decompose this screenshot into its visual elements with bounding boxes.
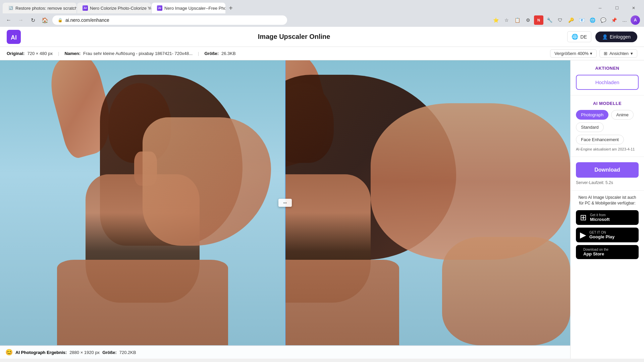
addon3-icon[interactable]: 🛡 [555,15,565,25]
extensions-icon[interactable]: ⭐ [491,15,500,25]
globe-icon: 🌐 [572,34,578,40]
favorites-icon[interactable]: ☆ [502,15,511,25]
language-button[interactable]: 🌐 DE [567,31,591,42]
photo-canvas: ↔ [0,60,570,345]
microsoft-badge-text: Get it from Microsoft [590,213,610,222]
compare-handle[interactable]: ↔ [278,199,292,207]
more-tools-icon[interactable]: … [620,15,629,25]
download-section: Download Server-Laufzeit: 5.2s [571,157,644,191]
google-badge-text: GET IT ON Google Play [589,231,614,239]
home-button[interactable]: 🏠 [40,15,50,25]
back-button[interactable]: ← [4,15,13,25]
result-dimensions: 2880 × 1920 px [69,350,100,355]
original-label: Original: [7,51,24,56]
url-text: ai.nero.com/enhance [65,17,109,23]
toolbar-sep2: | [198,51,199,56]
upload-button[interactable]: Hochladen [576,75,639,90]
store-section: Nero AI Image Upscaler ist auch für PC &… [571,191,644,266]
tab-colorize[interactable]: AI Nero Colorize Photo-Colorize Yo... ✕ [77,3,151,13]
tab-label-upscaler: Nero Image Upscaler--Free Phot... [164,6,225,11]
tab-favicon-colorize: AI [83,5,88,11]
microsoft-badge-main: Microsoft [590,217,610,222]
addon2-icon[interactable]: 🔧 [545,15,554,25]
actions-title: Aktionen [576,66,639,71]
apple-badge-text: Download on the App Store [583,248,608,256]
apple-badge-sub: Download on the [583,248,608,251]
tab-bar: 🔄 Restore photos: remove scratch... ✕ AI… [0,0,644,13]
new-tab-button[interactable]: + [226,3,235,13]
store-note: Nero AI Image Upscaler ist auch für PC &… [576,195,639,206]
nero-logo-icon: AI [7,30,21,44]
model-anime-button[interactable]: Anime [611,110,634,120]
login-button[interactable]: 👤 Einloggen [595,32,637,42]
google-badge-main: Google Play [589,234,614,239]
header-right: 🌐 DE 👤 Einloggen [567,31,637,42]
engine-note: AI-Engine aktualisiert am 2023-4-11 [576,147,639,151]
view-label: Ansichten [609,51,629,56]
image-toolbar: Original: 720 × 480 px | Namen: Frau seh… [0,47,644,60]
collections-icon[interactable]: 📋 [513,15,522,25]
microsoft-badge-sub: Get it from [590,213,610,217]
lower-body-right [285,260,399,345]
tab-label-restore: Restore photos: remove scratch... [15,6,76,11]
app-title: Image Upscaler Online [21,33,567,41]
reload-button[interactable]: ↻ [28,15,38,25]
close-button[interactable]: ✕ [626,3,641,13]
actions-section: Aktionen Hochladen [571,60,644,96]
user-icon: 👤 [602,34,608,40]
model-photograph-button[interactable]: Photograph [576,110,608,120]
model-buttons-group: Photograph Anime [576,110,639,120]
profile-icon[interactable]: A [631,15,640,25]
toolbar-sep1: | [58,51,59,56]
google-play-icon: ▶ [580,230,586,240]
window-controls: ─ ☐ ✕ [592,3,641,13]
name-label: Namen: [64,51,80,56]
leg-right [442,237,571,345]
download-button[interactable]: Download [576,162,639,178]
minimize-button[interactable]: ─ [592,3,608,13]
tab-upscaler[interactable]: AI Nero Image Upscaler--Free Phot... ✕ [152,3,225,13]
app-logo: AI [7,30,21,44]
view-chevron-icon: ▾ [631,51,633,56]
url-bar[interactable]: 🔒 ai.nero.com/enhance [52,15,287,25]
maximize-button[interactable]: ☐ [609,3,625,13]
app-store-badge[interactable]: Download on the App Store [576,245,639,259]
addon6-icon[interactable]: 🌐 [588,15,597,25]
google-play-badge[interactable]: ▶ GET IT ON Google Play [576,228,639,242]
lower-body-left [57,260,228,345]
result-size-value: 720.2KB [119,350,136,355]
addon4-icon[interactable]: 🔑 [566,15,576,25]
app: AI Image Upscaler Online 🌐 DE 👤 Einlogge… [0,27,644,359]
size-label: Größe: [204,51,219,56]
photo-right-enhanced [285,60,570,345]
svg-text:AI: AI [11,34,17,41]
ai-models-title: AI Modelle [576,101,639,106]
addon7-icon[interactable]: 💬 [598,15,608,25]
settings-icon[interactable]: ⚙ [523,15,533,25]
apple-badge-main: App Store [583,251,608,256]
zoom-label: Vergrößern 400% [554,51,589,56]
tab-favicon-upscaler: AI [157,5,162,11]
forward-button[interactable]: → [16,15,25,25]
model-face-button[interactable]: Face Enhancement [576,135,624,144]
addon5-icon[interactable]: 📧 [577,15,586,25]
server-note: Server-Laufzeit: 5.2s [576,180,639,185]
result-label: AI Photograph Ergebnis: [15,350,67,355]
name-value: Frau sehr kleine Auflösung - pixabay 186… [83,51,193,56]
app-header: AI Image Upscaler Online 🌐 DE 👤 Einlogge… [0,27,644,47]
lang-label: DE [580,34,587,40]
main-content: ↔ 😊 AI Photograph Ergebnis: 2880 × 1920 … [0,60,644,359]
tab-restore[interactable]: 🔄 Restore photos: remove scratch... ✕ [3,3,76,13]
addon8-icon[interactable]: 📌 [609,15,619,25]
zoom-chevron-icon: ▾ [590,51,592,56]
browser-toolbar-icons: ⭐ ☆ 📋 ⚙ N 🔧 🛡 🔑 📧 🌐 💬 📌 … A [491,15,640,25]
addon1-icon[interactable]: N [534,15,543,25]
microsoft-badge[interactable]: ⊞ Get it from Microsoft [576,210,639,225]
view-button[interactable]: ⊞ Ansichten ▾ [599,49,637,58]
image-area: ↔ 😊 AI Photograph Ergebnis: 2880 × 1920 … [0,60,570,359]
result-size-label: Größe: [102,350,117,355]
zoom-selector[interactable]: Vergrößern 400% ▾ [550,49,597,58]
model-standard-button[interactable]: Standard [576,122,604,132]
result-emoji: 😊 [5,349,13,356]
original-value: 720 × 480 px [27,51,53,56]
